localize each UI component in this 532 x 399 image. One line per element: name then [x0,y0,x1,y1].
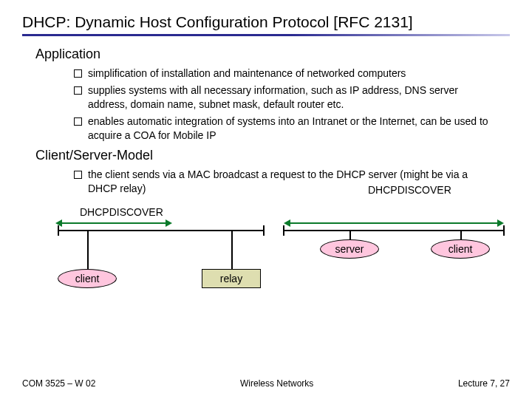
application-list: simplification of installation and maint… [74,66,497,142]
bus-tick [283,225,284,236]
footer-right: Lecture 7, 27 [458,378,510,389]
bullet-text: simplification of installation and maint… [88,66,497,81]
bullet-icon [74,69,82,78]
bullet-icon [74,117,82,126]
client-right-node: client [431,239,490,259]
section-clientserver: Client/Server-Model [35,148,510,163]
server-node: server [320,239,379,259]
footer-left: COM 3525 – W 02 [22,378,95,389]
discover-right-label: DHCPDISCOVER [368,184,451,196]
list-item: simplification of installation and maint… [74,66,497,81]
relay-node: relay [202,269,261,288]
bus-right [283,230,505,231]
discover-left-label: DHCPDISCOVER [80,206,163,218]
diagram: DHCPDISCOVER DHCPDISCOVER server client … [58,199,497,291]
bus-drop [87,230,89,270]
bullet-text: enables automatic integration of systems… [88,115,497,143]
bullet-text: supplies systems with all necessary info… [88,83,497,112]
bus-tick [503,225,505,236]
footer-center: Wireless Networks [240,378,313,389]
arrow-head-icon [55,219,62,227]
title-rule [22,34,510,36]
bullet-icon [74,171,82,179]
bus-drop [231,230,233,270]
client-left-node: client [58,269,117,288]
footer: COM 3525 – W 02 Wireless Networks Lectur… [22,378,510,389]
page-title: DHCP: Dynamic Host Configuration Protoco… [22,13,510,31]
bus-tick [263,225,265,236]
arrow-head-icon [497,219,504,227]
section-application: Application [35,47,510,62]
bus-tick [58,225,59,236]
arrow-left-seg [62,222,166,224]
bus-left [58,230,265,231]
arrow-right-seg [290,222,497,224]
bullet-icon [74,86,82,95]
list-item: enables automatic integration of systems… [74,115,497,143]
arrow-head-icon [166,219,172,227]
arrow-head-icon [284,219,290,227]
list-item: supplies systems with all necessary info… [74,83,497,112]
